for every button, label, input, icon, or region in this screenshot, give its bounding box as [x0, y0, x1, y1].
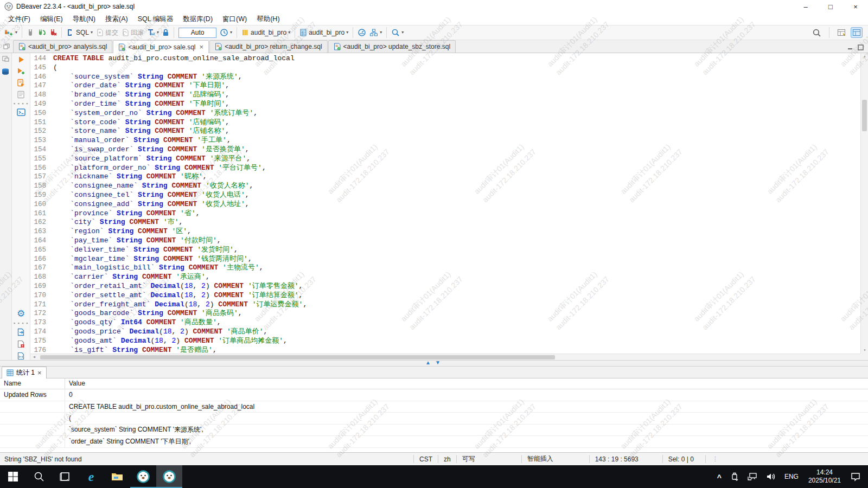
code-line[interactable]: 161 `province` String COMMENT '省', — [30, 209, 860, 219]
table-row[interactable]: `order_date` String COMMENT '下单日期', — [0, 436, 868, 448]
maximize-view-icon[interactable] — [858, 44, 864, 50]
table-row[interactable]: CREATE TABLE audit_bi_pro.custom_online_… — [0, 401, 868, 413]
code-line[interactable]: 154 `is_swap_order` String COMMENT '是否换货… — [30, 145, 860, 155]
code-line[interactable]: 155 `source_platform` String COMMENT '来源… — [30, 155, 860, 164]
code-line[interactable]: 167 `main_logistic_bill` String COMMENT … — [30, 264, 860, 273]
code-line[interactable]: 162 `city` String COMMENT '市', — [30, 218, 860, 227]
status-writable[interactable]: 可写 — [456, 455, 521, 463]
action-center-icon[interactable] — [847, 465, 864, 488]
code-line[interactable]: 166 `mgclear_time` String COMMENT '钱货两清时… — [30, 255, 860, 264]
connect-button[interactable] — [25, 27, 36, 38]
rollback-button[interactable]: 回滚 — [120, 27, 145, 38]
code-line[interactable]: 150 `system_order_no` String COMMENT '系统… — [30, 109, 860, 118]
code-line[interactable]: 152 `store_name` String COMMENT '店铺名称', — [30, 127, 860, 136]
panel-sash[interactable]: ▲ ▼ — [0, 360, 868, 367]
menu-item[interactable]: SQL 编辑器 — [133, 14, 178, 25]
taskbar-clock[interactable]: 14:24 2025/10/21 — [804, 468, 845, 485]
horizontal-scroll-thumb[interactable] — [40, 355, 555, 359]
column-header-value[interactable]: Value — [65, 378, 868, 389]
execute-script-button[interactable] — [17, 79, 25, 87]
quick-search-icon[interactable] — [810, 27, 823, 38]
scroll-down-icon[interactable]: ▾ — [861, 347, 868, 354]
code-line[interactable]: 175 `goods_amt` Decimal(18, 2) COMMENT '… — [30, 337, 860, 346]
code-line[interactable]: 170 `order_settle_amt` Decimal(18, 2) CO… — [30, 291, 860, 300]
code-line[interactable]: 163 `region` String COMMENT '区', — [30, 227, 860, 236]
sql-terminal-button[interactable] — [17, 108, 25, 116]
code-line[interactable]: 165 `deliver_time` String COMMENT '发货时间'… — [30, 246, 860, 255]
network-tray-icon[interactable] — [744, 465, 761, 488]
internet-explorer-icon[interactable]: e — [78, 465, 104, 488]
close-icon[interactable]: × — [200, 43, 204, 51]
sash-up-icon[interactable]: ▲ — [425, 359, 431, 365]
input-language-indicator[interactable]: ENG — [781, 465, 802, 488]
table-row[interactable]: ( — [0, 413, 868, 425]
execute-in-new-tab-button[interactable] — [17, 67, 25, 75]
transaction-log-button[interactable]: ▾ — [145, 27, 161, 38]
maximize-button[interactable]: □ — [818, 0, 843, 13]
open-perspective-button[interactable] — [835, 27, 847, 38]
editor-tab[interactable]: <audit_bi_pro> sale.sql× — [113, 40, 209, 53]
explain-plan-button[interactable]: ▾ — [368, 27, 384, 38]
code-line[interactable]: 148 `brand_code` String COMMENT '品牌编码', — [30, 91, 860, 100]
menu-item[interactable]: 搜索(A) — [100, 14, 133, 25]
editor-tab[interactable]: <audit_bi_pro> update_sbz_store.sql — [328, 40, 456, 53]
minimize-view-icon[interactable] — [847, 44, 853, 50]
table-row[interactable]: `source_system` String COMMENT '来源系统', — [0, 425, 868, 436]
code-line[interactable]: 151 `store_code` String COMMENT '店铺编码', — [30, 118, 860, 127]
code-line[interactable]: 168 `carrier` String COMMENT '承运商', — [30, 273, 860, 282]
sql-editor-button[interactable]: SQL ▾ — [65, 27, 94, 38]
code-line[interactable]: 160 `consignee_add` String COMMENT '收货人地… — [30, 200, 860, 209]
editor-horizontal-scrollbar[interactable]: ◂ — [30, 354, 860, 360]
menu-item[interactable]: 帮助(H) — [252, 14, 284, 25]
code-line[interactable]: 172 `goods_barcode` String COMMENT '商品条码… — [30, 309, 860, 318]
editor-tab[interactable]: <audit_bi_pro> analysis.sql — [13, 40, 112, 53]
reconnect-button[interactable] — [36, 27, 48, 38]
code-line[interactable]: 146 `source_system` String COMMENT '来源系统… — [30, 73, 860, 82]
disconnect-button[interactable] — [48, 27, 59, 38]
dbeaver-taskbar-icon-active[interactable] — [156, 465, 182, 488]
usb-tray-icon[interactable] — [727, 465, 742, 488]
code-line[interactable]: 169 `order_retail_amt` Decimal(18, 2) CO… — [30, 282, 860, 291]
code-line[interactable]: 149 `order_time` String COMMENT '下单时间', — [30, 100, 860, 109]
volume-tray-icon[interactable] — [763, 465, 779, 488]
new-connection-button[interactable]: ▾ — [2, 27, 19, 38]
status-timezone[interactable]: CST — [413, 455, 438, 463]
schema-select[interactable]: audit_bi_pro ▾ — [298, 27, 350, 38]
statistics-tab[interactable]: 统计 1 × — [2, 367, 47, 378]
start-button[interactable] — [0, 465, 26, 488]
script-variables-icon[interactable] — [17, 352, 25, 360]
dbeaver-taskbar-icon[interactable] — [130, 465, 156, 488]
status-overflow-icon[interactable]: ⋮ — [712, 455, 718, 463]
fold-panel-icon[interactable] — [2, 55, 9, 62]
file-explorer-icon[interactable] — [104, 465, 130, 488]
database-navigator-icon[interactable] — [1, 68, 10, 76]
scroll-up-icon[interactable]: ▴ — [861, 53, 868, 60]
code-line[interactable]: 156 `platform_order_no` String COMMENT '… — [30, 164, 860, 173]
close-button[interactable]: × — [843, 0, 868, 13]
editor-tab[interactable]: <audit_bi_pro> return_change.sql — [209, 40, 327, 53]
close-icon[interactable]: × — [37, 369, 42, 377]
execute-statement-button[interactable] — [17, 56, 25, 63]
menu-item[interactable]: 编辑(E) — [35, 14, 68, 25]
menu-item[interactable]: 导航(N) — [68, 14, 100, 25]
lock-icon[interactable] — [161, 27, 171, 38]
code-line[interactable]: 171 `order_freight_amt` Decimal(18, 2) C… — [30, 300, 860, 310]
editor-vertical-scrollbar[interactable]: ▴ ▾ — [860, 53, 868, 354]
scroll-left-icon[interactable]: ◂ — [30, 354, 38, 361]
taskbar-search-icon[interactable] — [26, 465, 52, 488]
status-insert-mode[interactable]: 智能插入 — [521, 455, 589, 463]
task-view-icon[interactable] — [52, 465, 78, 488]
search-button[interactable]: ▾ — [390, 27, 405, 38]
vertical-scroll-thumb[interactable] — [862, 100, 867, 131]
menu-item[interactable]: 文件(F) — [3, 14, 35, 25]
database-select[interactable]: audit_bi_pro ▾ — [240, 27, 292, 38]
sash-down-icon[interactable]: ▼ — [435, 359, 441, 365]
minimize-button[interactable]: – — [793, 0, 818, 13]
code-line[interactable]: 159 `consignee_tel` String COMMENT '收货人电… — [30, 191, 860, 200]
code-line[interactable]: 176 `is_gift` String COMMENT '是否赠品', — [30, 346, 860, 354]
transaction-timeout-button[interactable]: ▾ — [218, 27, 234, 38]
dashboard-button[interactable] — [356, 27, 368, 38]
restore-panel-icon[interactable] — [0, 40, 13, 53]
code-line[interactable]: 157 `nickname` String COMMENT '昵称', — [30, 172, 860, 182]
status-selection[interactable]: Sel: 0 | 0 — [662, 455, 706, 463]
